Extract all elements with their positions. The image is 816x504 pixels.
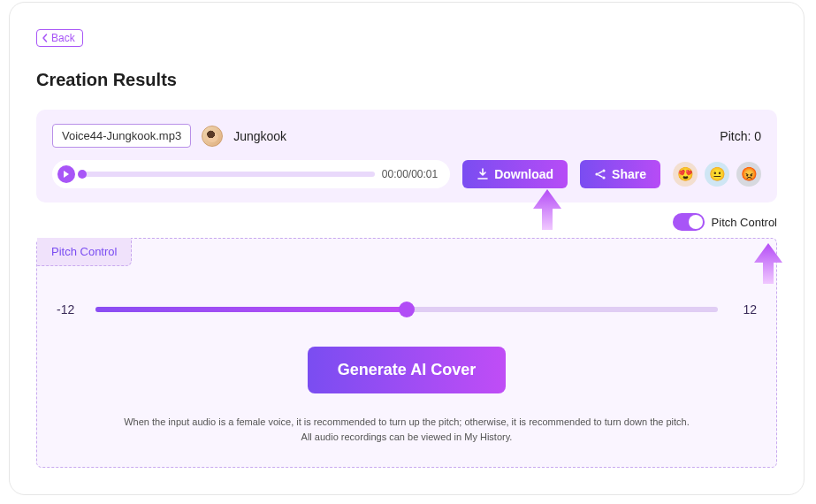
pitch-panel: Pitch Control -12 12 Generate AI Cover W… [36, 238, 777, 468]
seek-track[interactable] [82, 172, 375, 177]
svg-point-1 [595, 172, 598, 175]
pitch-slider-row: -12 12 [57, 302, 757, 317]
play-icon [63, 171, 70, 178]
pitch-slider[interactable] [95, 307, 718, 312]
app-frame: Back Creation Results Voice44-Jungkook.m… [9, 2, 805, 495]
pitch-hint: When the input audio is a female voice, … [57, 415, 757, 444]
pitch-slider-fill [95, 307, 407, 312]
file-chip[interactable]: Voice44-Jungkook.mp3 [52, 124, 191, 148]
pitch-readout: Pitch: 0 [720, 129, 761, 143]
result-controls-row: 00:00/00:01 Download Share 😍 😐 😡 [52, 160, 761, 188]
generate-button[interactable]: Generate AI Cover [308, 347, 506, 393]
reaction-angry[interactable]: 😡 [736, 162, 761, 187]
back-button[interactable]: Back [36, 29, 83, 47]
page-title: Creation Results [36, 70, 777, 90]
download-icon [477, 168, 489, 180]
hint-line-2: All audio recordings can be viewed in My… [57, 430, 757, 445]
svg-point-0 [602, 169, 605, 172]
back-label: Back [51, 32, 75, 44]
pitch-max-label: 12 [732, 302, 757, 317]
audio-player: 00:00/00:01 [52, 160, 450, 188]
reaction-neutral[interactable]: 😐 [705, 162, 729, 187]
chevron-left-icon [41, 34, 50, 42]
share-icon [594, 168, 606, 180]
pitch-min-label: -12 [57, 302, 81, 317]
pitch-toggle-label: Pitch Control [712, 216, 777, 229]
download-button[interactable]: Download [462, 160, 568, 188]
hint-line-1: When the input audio is a female voice, … [57, 415, 757, 430]
result-header-row: Voice44-Jungkook.mp3 Jungkook Pitch: 0 [52, 124, 761, 148]
reactions: 😍 😐 😡 [673, 162, 761, 187]
pitch-slider-knob[interactable] [399, 302, 415, 317]
pitch-toggle-row: Pitch Control [36, 213, 777, 231]
time-display: 00:00/00:01 [382, 168, 438, 180]
voice-avatar [202, 126, 223, 147]
pitch-toggle[interactable] [673, 213, 705, 231]
download-label: Download [494, 167, 553, 181]
reaction-love[interactable]: 😍 [673, 162, 698, 187]
toggle-knob [689, 215, 703, 229]
play-button[interactable] [57, 165, 75, 183]
voice-name: Jungkook [233, 129, 286, 143]
share-button[interactable]: Share [580, 160, 660, 188]
share-label: Share [612, 167, 646, 181]
svg-point-2 [602, 176, 605, 179]
seek-thumb[interactable] [78, 170, 87, 179]
result-card: Voice44-Jungkook.mp3 Jungkook Pitch: 0 0… [36, 110, 777, 202]
pitch-panel-tab: Pitch Control [37, 238, 132, 266]
